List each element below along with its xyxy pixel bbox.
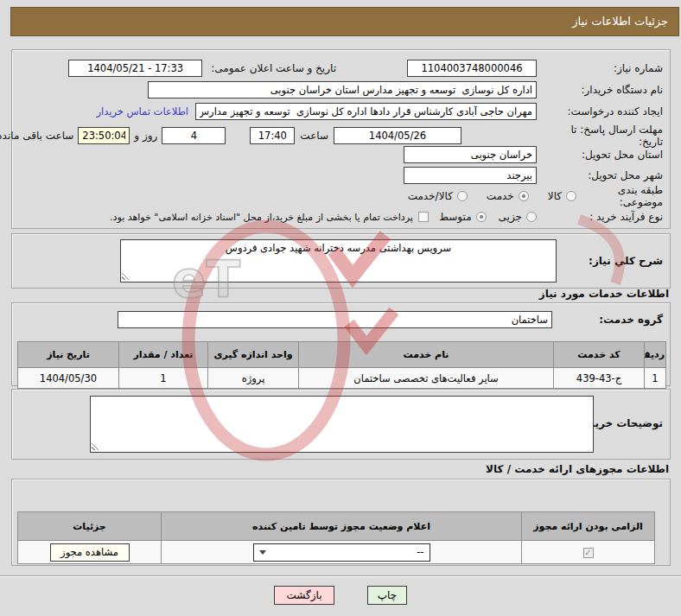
need-number-label: شماره نیاز:: [544, 62, 663, 74]
service-group-label: گروه خدمت:: [599, 314, 663, 326]
remaining-hours-label: ساعت باقی مانده: [0, 130, 73, 142]
permit-status-value: --: [266, 546, 424, 558]
col-row-number: ردیف: [645, 342, 666, 368]
service-group-input[interactable]: [118, 311, 552, 328]
process-partial-radio[interactable]: [526, 212, 537, 222]
buyer-org-input[interactable]: [148, 81, 537, 98]
response-deadline-label: مهلت ارسال پاسخ: تا تاریخ:: [544, 124, 663, 148]
need-number-input[interactable]: [407, 60, 537, 77]
category-service-radio[interactable]: [519, 191, 529, 201]
category-goods-radio[interactable]: [566, 191, 576, 201]
deadline-date-input[interactable]: [334, 127, 461, 144]
chevron-down-icon: [259, 550, 266, 555]
row-creator: ایجاد کننده درخواست: اطلاعات تماس خریدار: [19, 102, 663, 121]
subject-category-label: طبقه بندی موضوعی:: [576, 184, 663, 208]
permits-table: الزامی بودن ارائه مجوز اعلام وضعیت مجوز …: [17, 511, 655, 564]
purchase-process-label: نوع فرآیند خرید :: [582, 211, 663, 223]
permit-required-checkbox[interactable]: ✓: [583, 548, 594, 558]
col-permit-required: الزامی بودن ارائه مجوز: [522, 512, 655, 541]
checkmark-icon: ✓: [584, 548, 591, 557]
cell-permit-required: ✓: [522, 541, 655, 564]
request-creator-label: ایجاد کننده درخواست:: [544, 105, 663, 117]
remaining-days-label: روز و: [134, 130, 157, 142]
print-button[interactable]: چاپ: [367, 586, 407, 605]
col-unit: واحد اندازه گیری: [208, 342, 299, 368]
table-row: 1 ج-43-439 سایر فعالیت‌های تخصصی ساختمان…: [18, 368, 666, 389]
description-label: شرح کلي نياز:: [589, 255, 663, 267]
description-textarea-wrap: سرویس بهداشتی مدرسه دخترانه شهید جوادی ف…: [120, 239, 557, 283]
col-service-code: کد خدمت: [554, 342, 645, 368]
row-process-type: نوع فرآیند خرید : جزیی متوسط پرداخت تمام…: [19, 207, 663, 226]
page-title: جزئیات اطلاعات نیاز: [10, 7, 679, 36]
process-partial-label: جزیی: [499, 211, 522, 223]
row-province: استان محل تحویل:: [19, 145, 663, 164]
category-goods-service-radio[interactable]: [457, 191, 468, 201]
services-groupbox: گروه خدمت: ردیف کد خدمت نام خدمت واحد ان…: [11, 302, 671, 386]
back-button[interactable]: بازگشت: [274, 586, 334, 605]
buyer-notes-textarea-wrap: [90, 396, 594, 453]
delivery-city-input[interactable]: [404, 167, 537, 184]
process-medium-radio[interactable]: [476, 212, 487, 222]
row-buyer: نام دستگاه خریدار:: [19, 80, 663, 99]
deadline-hour-label: ساعت: [300, 130, 328, 142]
process-medium-label: متوسط: [439, 211, 472, 223]
row-category: طبقه بندی موضوعی: کالا خدمت کالا/خدمت: [19, 187, 663, 206]
description-textarea[interactable]: سرویس بهداشتی مدرسه دخترانه شهید جوادی ف…: [120, 239, 557, 283]
cell-need-date: 1404/05/30: [18, 368, 119, 389]
cell-quantity: 1: [119, 368, 208, 389]
services-section-header: اطلاعات خدمات مورد نیاز: [539, 288, 669, 300]
delivery-city-label: شهر محل تحویل:: [544, 169, 663, 181]
buyer-notes-groupbox: توضیحات خریدار:: [11, 389, 671, 460]
cell-service-name: سایر فعالیت‌های تخصصی ساختمان: [299, 368, 554, 389]
col-permit-details: جزئیات: [18, 512, 162, 541]
buyer-org-label: نام دستگاه خریدار:: [544, 84, 663, 96]
category-goods-service-label: کالا/خدمت: [408, 190, 453, 202]
permits-section-header: اطلاعات مجوزهای ارائه خدمت / کالا: [486, 463, 669, 475]
col-service-name: نام خدمت: [299, 342, 554, 368]
remaining-days-input[interactable]: [162, 127, 226, 144]
permit-status-select[interactable]: --: [253, 543, 430, 562]
buyer-contact-link[interactable]: اطلاعات تماس خریدار: [96, 105, 188, 117]
announce-datetime-input[interactable]: [68, 60, 202, 77]
permits-groupbox: الزامی بودن ارائه مجوز اعلام وضعیت مجوز …: [11, 479, 671, 566]
cell-unit: پروژه: [208, 368, 299, 389]
treasury-note: پرداخت تمام یا بخشی از مبلغ خرید،از محل …: [110, 212, 413, 223]
delivery-province-label: استان محل تحویل:: [544, 149, 663, 161]
cell-service-code: ج-43-439: [554, 368, 645, 389]
permit-row: ✓ -- مشاهده مجوز: [18, 541, 655, 564]
services-table-header-row: ردیف کد خدمت نام خدمت واحد اندازه گیری ت…: [18, 342, 666, 368]
category-goods-label: کالا: [548, 190, 562, 202]
buyer-notes-textarea[interactable]: [90, 396, 594, 453]
col-need-date: تاریخ نیاز: [18, 342, 119, 368]
permits-table-header-row: الزامی بودن ارائه مجوز اعلام وضعیت مجوز …: [18, 512, 655, 541]
remaining-time-input[interactable]: [78, 127, 130, 144]
col-quantity: تعداد / مقدار: [119, 342, 208, 368]
category-service-label: خدمت: [487, 190, 514, 202]
announce-datetime-label: تاریخ و ساعت اعلان عمومی:: [211, 62, 336, 74]
view-permit-button[interactable]: مشاهده مجوز: [50, 543, 130, 562]
deadline-time-input[interactable]: [250, 127, 295, 144]
footer-buttons: چاپ بازگشت: [0, 586, 681, 605]
treasury-checkbox[interactable]: [418, 212, 429, 222]
row-city: شهر محل تحویل:: [19, 166, 663, 185]
footer-separator: [0, 575, 681, 577]
request-creator-input[interactable]: [195, 103, 537, 120]
page: جزئیات اطلاعات نیاز شماره نیاز: تاریخ و …: [0, 0, 681, 616]
row-need-number: شماره نیاز: تاریخ و ساعت اعلان عمومی:: [19, 59, 663, 78]
description-groupbox: شرح کلي نياز: سرویس بهداشتی مدرسه دختران…: [11, 233, 671, 289]
cell-permit-details: مشاهده مجوز: [18, 541, 162, 564]
form-groupbox: شماره نیاز: تاریخ و ساعت اعلان عمومی: نا…: [11, 49, 671, 229]
col-permit-status: اعلام وضعیت مجوز توسط تامین کننده: [162, 512, 522, 541]
services-table: ردیف کد خدمت نام خدمت واحد اندازه گیری ت…: [17, 341, 666, 389]
delivery-province-input[interactable]: [404, 146, 537, 163]
cell-permit-status: --: [162, 541, 522, 564]
cell-row-number: 1: [645, 368, 666, 389]
